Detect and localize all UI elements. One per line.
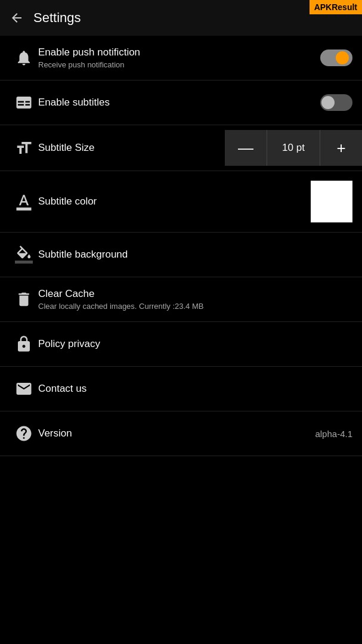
svg-rect-1 <box>21 298 27 300</box>
setting-subtitle-size: Subtitle Size — 10 pt + <box>0 125 362 171</box>
policy-privacy-text: Policy privacy <box>38 338 352 350</box>
version-value: alpha-4.1 <box>315 429 352 439</box>
subtitle-size-minus-button[interactable]: — <box>225 130 267 166</box>
apk-suffix: Result <box>332 2 357 12</box>
setting-subtitle-background[interactable]: Subtitle background <box>0 233 362 277</box>
subtitles-icon <box>10 94 38 112</box>
version-text: Version <box>38 428 315 439</box>
subtitle-size-value: 10 pt <box>267 130 320 166</box>
page-title: Settings <box>33 10 81 26</box>
trash-icon <box>10 290 38 308</box>
setting-push-notification[interactable]: Enable push notifiction Receive push not… <box>0 36 362 80</box>
subtitle-size-plus-button[interactable]: + <box>320 130 362 166</box>
subtitle-color-title: Subtitle color <box>38 196 311 208</box>
clear-cache-title: Clear Cache <box>38 288 352 300</box>
subtitles-text: Enable subtitles <box>38 97 320 109</box>
subtitle-background-text: Subtitle background <box>38 249 352 261</box>
subtitles-toggle[interactable] <box>320 94 352 111</box>
subtitle-color-text: Subtitle color <box>38 196 311 208</box>
toggle-slider-off <box>320 94 352 111</box>
push-notification-text: Enable push notifiction Receive push not… <box>38 47 320 69</box>
push-notification-title: Enable push notifiction <box>38 47 320 58</box>
policy-privacy-title: Policy privacy <box>38 338 352 350</box>
setting-policy-privacy[interactable]: Policy privacy <box>0 322 362 367</box>
settings-list: Enable push notifiction Receive push not… <box>0 36 362 456</box>
setting-contact-us[interactable]: Contact us <box>0 367 362 411</box>
text-size-icon <box>10 139 38 157</box>
text-color-icon <box>10 193 38 210</box>
header: Settings <box>0 0 362 36</box>
paint-bucket-icon <box>10 246 38 264</box>
push-notification-toggle[interactable] <box>320 49 352 66</box>
subtitles-title: Enable subtitles <box>38 97 320 109</box>
clear-cache-sub: Clear locally cached images. Currently :… <box>38 302 352 311</box>
toggle-thumb-off <box>321 96 335 109</box>
subtitle-size-title: Subtitle Size <box>38 142 225 154</box>
toggle-slider <box>320 49 352 66</box>
apk-badge: APKResult <box>310 0 362 14</box>
svg-rect-0 <box>21 301 27 303</box>
version-title: Version <box>38 428 315 439</box>
push-notification-sub: Receive push notification <box>38 60 320 69</box>
setting-version: Version alpha-4.1 <box>0 411 362 456</box>
setting-clear-cache[interactable]: Clear Cache Clear locally cached images.… <box>0 277 362 322</box>
contact-us-text: Contact us <box>38 383 352 395</box>
toggle-thumb <box>336 51 349 64</box>
bell-icon <box>10 49 38 67</box>
setting-subtitles[interactable]: Enable subtitles <box>0 80 362 125</box>
subtitle-background-title: Subtitle background <box>38 249 352 261</box>
subtitle-size-stepper: — 10 pt + <box>225 130 362 166</box>
envelope-icon <box>10 380 38 398</box>
setting-subtitle-color[interactable]: Subtitle color <box>0 171 362 233</box>
contact-us-title: Contact us <box>38 383 352 395</box>
subtitle-color-swatch[interactable] <box>311 181 352 222</box>
lock-icon <box>10 335 38 353</box>
subtitle-size-text: Subtitle Size <box>38 142 225 154</box>
apk-prefix: APK <box>314 2 332 12</box>
clear-cache-text: Clear Cache Clear locally cached images.… <box>38 288 352 311</box>
question-icon <box>10 425 38 442</box>
back-button[interactable] <box>10 11 24 25</box>
